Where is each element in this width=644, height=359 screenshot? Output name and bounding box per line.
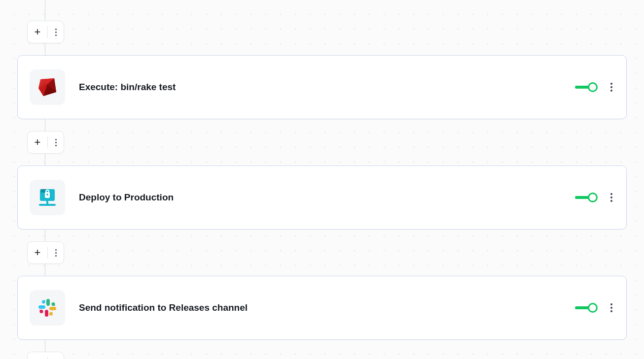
pipeline-step-card[interactable]: Send notification to Releases channel xyxy=(17,276,627,340)
step-actions xyxy=(575,301,614,314)
pipeline-step-card[interactable]: Execute: bin/rake test xyxy=(17,55,627,119)
step-title: Deploy to Production xyxy=(79,192,561,203)
more-vertical-icon xyxy=(53,358,59,359)
step-title: Send notification to Releases channel xyxy=(79,302,561,313)
plus-icon: + xyxy=(35,137,41,148)
add-step-button[interactable]: + xyxy=(28,27,47,37)
add-step-button-group: + xyxy=(27,352,64,359)
step-enable-toggle[interactable] xyxy=(575,192,598,203)
step-more-button[interactable] xyxy=(608,81,614,94)
plus-icon: + xyxy=(35,27,41,37)
ruby-icon xyxy=(30,69,65,105)
svg-rect-5 xyxy=(46,299,50,306)
pipeline-step-card[interactable]: Deploy to Production xyxy=(17,165,627,229)
slack-icon xyxy=(30,290,65,326)
add-step-button-group: + xyxy=(27,21,64,43)
svg-rect-2 xyxy=(47,194,48,196)
svg-rect-6 xyxy=(49,307,56,310)
svg-rect-8 xyxy=(38,305,45,309)
add-step-more-button[interactable] xyxy=(48,247,64,259)
more-vertical-icon xyxy=(53,247,59,259)
plus-icon: + xyxy=(35,247,41,258)
pipeline-canvas: + Execu xyxy=(17,0,627,359)
svg-rect-7 xyxy=(45,310,48,317)
step-actions xyxy=(575,191,614,204)
add-step-more-button[interactable] xyxy=(48,27,64,38)
step-more-button[interactable] xyxy=(608,191,614,204)
deploy-icon xyxy=(30,180,65,215)
add-step-button[interactable]: + xyxy=(28,137,47,148)
add-step-button[interactable]: + xyxy=(28,247,47,258)
step-title: Execute: bin/rake test xyxy=(79,82,561,93)
step-actions xyxy=(575,81,614,94)
add-step-more-button[interactable] xyxy=(48,358,64,359)
more-vertical-icon xyxy=(53,137,59,148)
step-enable-toggle[interactable] xyxy=(575,81,598,93)
add-step-button-group: + xyxy=(27,131,64,154)
more-vertical-icon xyxy=(53,27,59,38)
add-step-more-button[interactable] xyxy=(48,137,64,148)
step-enable-toggle[interactable] xyxy=(575,302,598,314)
step-more-button[interactable] xyxy=(608,301,614,314)
add-step-button-group: + xyxy=(27,241,64,264)
svg-rect-4 xyxy=(46,201,48,205)
